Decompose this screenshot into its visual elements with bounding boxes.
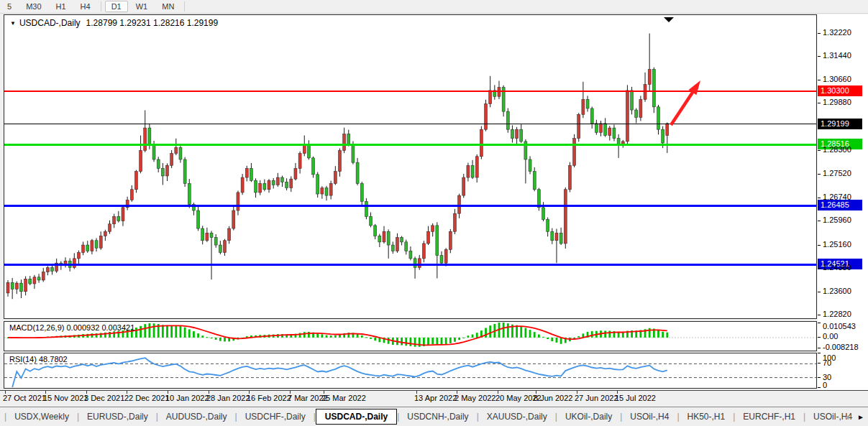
tab-scroll-right-icon[interactable]: ► bbox=[857, 413, 864, 421]
timeframe-button-d1[interactable]: D1 bbox=[105, 1, 128, 12]
price-axis[interactable]: 1.303001.291991.285161.264851.245211.322… bbox=[818, 14, 868, 390]
date-label: 27 Oct 2021 bbox=[3, 394, 46, 402]
tab-usdcnh-daily[interactable]: USDCNH-,Daily bbox=[399, 409, 476, 425]
date-label: 10 Jan 2022 bbox=[165, 394, 209, 402]
price-tick bbox=[818, 56, 821, 57]
rsi-plot bbox=[4, 353, 816, 388]
price-tick-label: 1.28300 bbox=[823, 145, 851, 154]
timeframe-button-h1[interactable]: H1 bbox=[50, 1, 73, 12]
price-tick-label: 1.31440 bbox=[823, 51, 851, 60]
chart-ohlc-values: 1.28799 1.29231 1.28216 1.29199 bbox=[86, 18, 219, 28]
price-tick-label: 1.24380 bbox=[823, 263, 851, 272]
date-label: 15 Jul 2022 bbox=[615, 394, 656, 402]
macd-name: MACD(12,26,9) bbox=[9, 323, 64, 332]
price-tick-label: 1.29880 bbox=[823, 98, 851, 106]
tab-audusd-daily[interactable]: AUDUSD-,Daily bbox=[158, 409, 235, 425]
tab-scroll-arrows: ◄ ► bbox=[843, 407, 864, 426]
rsi-label: RSI(14) 48.7802 bbox=[9, 355, 68, 364]
date-label: 3 Dec 2021 bbox=[84, 394, 124, 402]
date-label: 13 Apr 2022 bbox=[414, 394, 457, 402]
chevron-down-icon[interactable]: ▼ bbox=[10, 20, 16, 27]
chart-title: ▼USDCAD-,Daily1.28799 1.29231 1.28216 1.… bbox=[10, 18, 218, 28]
rsi-indicator-panel[interactable]: RSI(14) 48.7802 bbox=[4, 353, 817, 389]
timeframe-toolbar: 5M30H1H4D1W1MN bbox=[0, 0, 868, 14]
price-tick bbox=[818, 80, 821, 80]
macd-indicator-panel[interactable]: MACD(12,26,9) 0.000932 0.003421 bbox=[4, 321, 817, 351]
macd-tick bbox=[818, 337, 821, 338]
price-tick bbox=[818, 150, 821, 151]
rsi-value: 48.7802 bbox=[39, 355, 68, 364]
candlestick-chart[interactable] bbox=[4, 15, 816, 318]
macd-tick bbox=[818, 348, 821, 348]
price-tick bbox=[818, 221, 821, 221]
macd-values: 0.000932 0.003421 bbox=[66, 323, 134, 332]
date-label: 25 Mar 2022 bbox=[321, 394, 366, 402]
price-tick-label: 1.23600 bbox=[823, 287, 851, 295]
tab-eurchf-h1[interactable]: EURCHF-,H1 bbox=[735, 409, 803, 425]
timeframe-button-h4[interactable]: H4 bbox=[74, 1, 97, 12]
rsi-name: RSI(14) bbox=[9, 355, 37, 364]
timeframe-button-5[interactable]: 5 bbox=[1, 1, 18, 12]
toolbar-separator bbox=[184, 1, 185, 11]
price-tick bbox=[818, 174, 821, 175]
tab-scroll-left-icon[interactable]: ◄ bbox=[843, 413, 850, 421]
date-label: 15 Nov 2021 bbox=[43, 394, 88, 402]
timeframe-button-mn[interactable]: MN bbox=[155, 1, 181, 12]
macd-tick bbox=[818, 323, 821, 323]
chart-symbol-label: USDCAD-,Daily bbox=[19, 18, 81, 28]
price-tick bbox=[818, 292, 821, 292]
date-label: 28 Jan 2022 bbox=[206, 394, 250, 402]
rsi-tick-label: 0 bbox=[823, 381, 827, 389]
tab-usdchf-daily[interactable]: USDCHF-,Daily bbox=[237, 409, 314, 425]
price-tick bbox=[818, 103, 821, 103]
tab-usdcad-daily[interactable]: USDCAD-,Daily bbox=[316, 409, 397, 425]
tab-hk50-h1[interactable]: HK50-,H1 bbox=[680, 409, 734, 425]
price-tick bbox=[818, 33, 821, 34]
rsi-tick bbox=[818, 387, 821, 388]
rsi-tick bbox=[818, 377, 821, 378]
price-chart-panel[interactable]: ▼USDCAD-,Daily1.28799 1.29231 1.28216 1.… bbox=[4, 14, 817, 319]
price-tick bbox=[818, 245, 821, 246]
price-tick bbox=[818, 268, 821, 269]
rsi-tick-label: 30 bbox=[823, 373, 831, 381]
mt4-window: { "toolbar": {"timeframes": ["5","M30","… bbox=[0, 0, 868, 426]
date-label: 27 Jun 2022 bbox=[575, 394, 618, 402]
price-tick bbox=[818, 315, 821, 315]
rsi-tick bbox=[818, 363, 821, 364]
macd-label: MACD(12,26,9) 0.000932 0.003421 bbox=[9, 323, 134, 332]
tab-usdx-weekly[interactable]: USDX,Weekly bbox=[6, 409, 77, 425]
toolbar-separator bbox=[101, 1, 101, 11]
tab-xauusd-daily[interactable]: XAUUSD-,Daily bbox=[479, 409, 555, 425]
price-badge-1.26485: 1.26485 bbox=[818, 200, 862, 210]
price-tick bbox=[818, 198, 821, 198]
macd-tick-label: -0.008218 bbox=[823, 343, 859, 351]
time-axis[interactable]: 27 Oct 202115 Nov 20213 Dec 202122 Dec 2… bbox=[0, 390, 868, 406]
price-tick-label: 1.32220 bbox=[823, 28, 851, 37]
rsi-tick-label: 70 bbox=[823, 358, 831, 367]
macd-tick-label: 0.00 bbox=[823, 332, 838, 341]
price-tick-label: 1.27520 bbox=[823, 169, 851, 177]
timeframe-button-w1[interactable]: W1 bbox=[129, 1, 155, 12]
macd-tick-label: 0.010543 bbox=[823, 322, 856, 330]
price-tick-label: 1.26740 bbox=[823, 193, 851, 201]
date-label: 8 Jun 2022 bbox=[534, 394, 572, 402]
date-label: 22 Dec 2021 bbox=[124, 394, 169, 402]
price-tick-label: 1.25160 bbox=[823, 240, 851, 249]
price-tick-label: 1.22820 bbox=[823, 310, 851, 318]
tab-eurusd-daily[interactable]: EURUSD-,Daily bbox=[79, 409, 156, 425]
timeframe-button-m30[interactable]: M30 bbox=[19, 1, 47, 12]
tab-usoil-h4[interactable]: USOil-,H4 bbox=[622, 409, 677, 425]
tab-ukoil-daily[interactable]: UKOil-,Daily bbox=[557, 409, 620, 425]
price-tick-label: 1.25960 bbox=[823, 216, 851, 224]
chart-tab-bar: |USDX,Weekly|EURUSD-,Daily|AUDUSD-,Daily… bbox=[0, 407, 868, 426]
date-label: 2 May 2022 bbox=[454, 394, 495, 402]
price-tick-label: 1.30660 bbox=[823, 75, 851, 83]
price-badge-1.29199: 1.29199 bbox=[818, 119, 862, 129]
date-label: 16 Feb 2022 bbox=[247, 394, 291, 402]
rsi-tick bbox=[818, 353, 821, 353]
price-badge-1.30300: 1.30300 bbox=[818, 85, 862, 96]
